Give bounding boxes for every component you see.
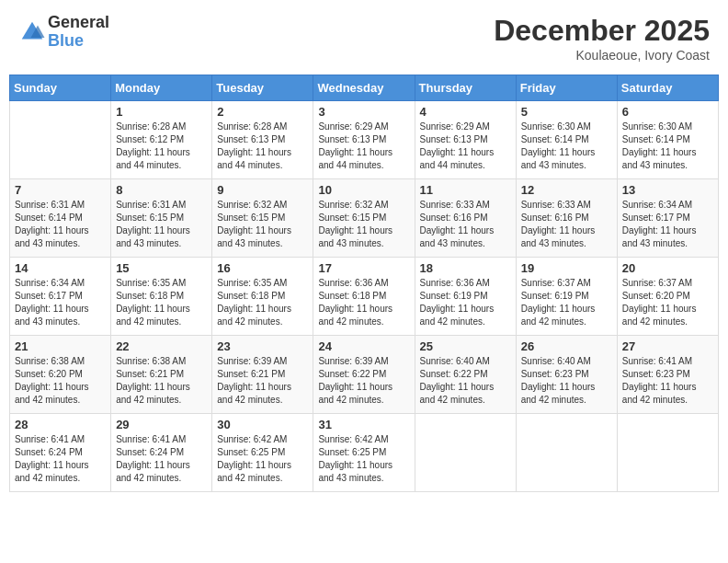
day-number: 13 bbox=[622, 183, 713, 197]
calendar-day-cell: 27Sunrise: 6:41 AMSunset: 6:23 PMDayligh… bbox=[617, 336, 718, 414]
day-info: Sunrise: 6:29 AMSunset: 6:13 PMDaylight:… bbox=[420, 121, 511, 172]
day-info: Sunrise: 6:41 AMSunset: 6:23 PMDaylight:… bbox=[622, 355, 713, 407]
logo-text: General Blue bbox=[48, 14, 109, 51]
day-number: 28 bbox=[15, 418, 106, 431]
calendar-day-cell: 4Sunrise: 6:29 AMSunset: 6:13 PMDaylight… bbox=[415, 101, 516, 179]
calendar-day-cell: 8Sunrise: 6:31 AMSunset: 6:15 PMDaylight… bbox=[111, 179, 212, 258]
calendar-day-cell: 6Sunrise: 6:30 AMSunset: 6:14 PMDaylight… bbox=[617, 101, 718, 179]
month-title: December 2025 bbox=[494, 14, 710, 48]
day-number: 18 bbox=[420, 261, 511, 275]
calendar-day-cell: 28Sunrise: 6:41 AMSunset: 6:24 PMDayligh… bbox=[10, 414, 111, 492]
calendar-week-row: 21Sunrise: 6:38 AMSunset: 6:20 PMDayligh… bbox=[10, 336, 719, 414]
day-number: 30 bbox=[217, 418, 308, 431]
logo-blue-text: Blue bbox=[48, 32, 109, 51]
day-of-week-header: Thursday bbox=[415, 75, 516, 101]
day-info: Sunrise: 6:37 AMSunset: 6:20 PMDaylight:… bbox=[622, 277, 713, 328]
day-info: Sunrise: 6:32 AMSunset: 6:15 PMDaylight:… bbox=[217, 199, 308, 250]
day-number: 27 bbox=[622, 339, 713, 353]
calendar-day-cell: 24Sunrise: 6:39 AMSunset: 6:22 PMDayligh… bbox=[313, 336, 415, 414]
location: Koulaeoue, Ivory Coast bbox=[494, 48, 710, 63]
day-number: 16 bbox=[217, 261, 308, 275]
day-number: 24 bbox=[318, 339, 409, 353]
day-info: Sunrise: 6:37 AMSunset: 6:19 PMDaylight:… bbox=[521, 277, 612, 328]
calendar-day-cell: 10Sunrise: 6:32 AMSunset: 6:15 PMDayligh… bbox=[313, 179, 415, 258]
calendar-day-cell: 3Sunrise: 6:29 AMSunset: 6:13 PMDaylight… bbox=[313, 101, 415, 179]
day-info: Sunrise: 6:30 AMSunset: 6:14 PMDaylight:… bbox=[521, 121, 612, 172]
day-number: 14 bbox=[15, 261, 106, 275]
calendar-day-cell bbox=[415, 414, 516, 492]
calendar-day-cell: 23Sunrise: 6:39 AMSunset: 6:21 PMDayligh… bbox=[212, 336, 313, 414]
calendar-day-cell: 13Sunrise: 6:34 AMSunset: 6:17 PMDayligh… bbox=[617, 179, 718, 258]
day-number: 3 bbox=[318, 105, 409, 119]
day-info: Sunrise: 6:31 AMSunset: 6:15 PMDaylight:… bbox=[116, 199, 207, 250]
calendar-day-cell: 17Sunrise: 6:36 AMSunset: 6:18 PMDayligh… bbox=[313, 258, 415, 336]
calendar-day-cell: 14Sunrise: 6:34 AMSunset: 6:17 PMDayligh… bbox=[10, 258, 111, 336]
day-info: Sunrise: 6:31 AMSunset: 6:14 PMDaylight:… bbox=[15, 199, 106, 250]
calendar-day-cell: 20Sunrise: 6:37 AMSunset: 6:20 PMDayligh… bbox=[617, 258, 718, 336]
logo-general-text: General bbox=[48, 14, 109, 32]
day-info: Sunrise: 6:29 AMSunset: 6:13 PMDaylight:… bbox=[318, 121, 409, 172]
calendar-day-cell: 7Sunrise: 6:31 AMSunset: 6:14 PMDaylight… bbox=[10, 179, 111, 258]
day-number: 2 bbox=[217, 105, 308, 119]
day-number: 15 bbox=[116, 261, 207, 275]
calendar-day-cell bbox=[617, 414, 718, 492]
day-number: 23 bbox=[217, 339, 308, 353]
day-info: Sunrise: 6:42 AMSunset: 6:25 PMDaylight:… bbox=[217, 433, 308, 485]
calendar-day-cell: 12Sunrise: 6:33 AMSunset: 6:16 PMDayligh… bbox=[516, 179, 617, 258]
day-number: 7 bbox=[15, 183, 106, 197]
day-info: Sunrise: 6:41 AMSunset: 6:24 PMDaylight:… bbox=[116, 433, 207, 485]
calendar-day-cell: 16Sunrise: 6:35 AMSunset: 6:18 PMDayligh… bbox=[212, 258, 313, 336]
calendar-week-row: 14Sunrise: 6:34 AMSunset: 6:17 PMDayligh… bbox=[10, 258, 719, 336]
page-header: General Blue December 2025 Koulaeoue, Iv… bbox=[9, 9, 719, 67]
day-info: Sunrise: 6:39 AMSunset: 6:22 PMDaylight:… bbox=[318, 355, 409, 407]
day-info: Sunrise: 6:33 AMSunset: 6:16 PMDaylight:… bbox=[521, 199, 612, 250]
day-number: 12 bbox=[521, 183, 612, 197]
day-number: 29 bbox=[116, 418, 207, 431]
calendar-day-cell bbox=[10, 101, 111, 179]
day-number: 8 bbox=[116, 183, 207, 197]
day-number: 21 bbox=[15, 339, 106, 353]
day-info: Sunrise: 6:34 AMSunset: 6:17 PMDaylight:… bbox=[15, 277, 106, 328]
day-number: 20 bbox=[622, 261, 713, 275]
calendar-day-cell: 31Sunrise: 6:42 AMSunset: 6:25 PMDayligh… bbox=[313, 414, 415, 492]
calendar-day-cell: 25Sunrise: 6:40 AMSunset: 6:22 PMDayligh… bbox=[415, 336, 516, 414]
title-block: December 2025 Koulaeoue, Ivory Coast bbox=[494, 14, 710, 63]
day-info: Sunrise: 6:40 AMSunset: 6:22 PMDaylight:… bbox=[420, 355, 511, 407]
calendar-day-cell: 15Sunrise: 6:35 AMSunset: 6:18 PMDayligh… bbox=[111, 258, 212, 336]
day-of-week-header: Friday bbox=[516, 75, 617, 101]
day-of-week-header: Tuesday bbox=[212, 75, 313, 101]
day-number: 6 bbox=[622, 105, 713, 119]
day-info: Sunrise: 6:38 AMSunset: 6:20 PMDaylight:… bbox=[15, 355, 106, 407]
logo: General Blue bbox=[18, 14, 109, 51]
day-of-week-header: Sunday bbox=[10, 75, 111, 101]
calendar-day-cell bbox=[516, 414, 617, 492]
day-info: Sunrise: 6:28 AMSunset: 6:13 PMDaylight:… bbox=[217, 121, 308, 172]
calendar-day-cell: 9Sunrise: 6:32 AMSunset: 6:15 PMDaylight… bbox=[212, 179, 313, 258]
day-info: Sunrise: 6:32 AMSunset: 6:15 PMDaylight:… bbox=[318, 199, 409, 250]
day-info: Sunrise: 6:42 AMSunset: 6:25 PMDaylight:… bbox=[318, 433, 409, 485]
day-of-week-header: Wednesday bbox=[313, 75, 415, 101]
day-of-week-header: Monday bbox=[111, 75, 212, 101]
day-info: Sunrise: 6:38 AMSunset: 6:21 PMDaylight:… bbox=[116, 355, 207, 407]
day-number: 10 bbox=[318, 183, 409, 197]
day-info: Sunrise: 6:36 AMSunset: 6:19 PMDaylight:… bbox=[420, 277, 511, 328]
day-info: Sunrise: 6:34 AMSunset: 6:17 PMDaylight:… bbox=[622, 199, 713, 250]
calendar-week-row: 1Sunrise: 6:28 AMSunset: 6:12 PMDaylight… bbox=[10, 101, 719, 179]
day-info: Sunrise: 6:36 AMSunset: 6:18 PMDaylight:… bbox=[318, 277, 409, 328]
calendar-day-cell: 5Sunrise: 6:30 AMSunset: 6:14 PMDaylight… bbox=[516, 101, 617, 179]
calendar-day-cell: 22Sunrise: 6:38 AMSunset: 6:21 PMDayligh… bbox=[111, 336, 212, 414]
calendar-day-cell: 29Sunrise: 6:41 AMSunset: 6:24 PMDayligh… bbox=[111, 414, 212, 492]
day-info: Sunrise: 6:33 AMSunset: 6:16 PMDaylight:… bbox=[420, 199, 511, 250]
day-number: 25 bbox=[420, 339, 511, 353]
day-number: 1 bbox=[116, 105, 207, 119]
calendar-day-cell: 18Sunrise: 6:36 AMSunset: 6:19 PMDayligh… bbox=[415, 258, 516, 336]
day-number: 31 bbox=[318, 418, 409, 431]
day-info: Sunrise: 6:30 AMSunset: 6:14 PMDaylight:… bbox=[622, 121, 713, 172]
day-info: Sunrise: 6:41 AMSunset: 6:24 PMDaylight:… bbox=[15, 433, 106, 485]
day-number: 17 bbox=[318, 261, 409, 275]
calendar-day-cell: 30Sunrise: 6:42 AMSunset: 6:25 PMDayligh… bbox=[212, 414, 313, 492]
day-of-week-header: Saturday bbox=[617, 75, 718, 101]
day-info: Sunrise: 6:35 AMSunset: 6:18 PMDaylight:… bbox=[217, 277, 308, 328]
calendar-week-row: 28Sunrise: 6:41 AMSunset: 6:24 PMDayligh… bbox=[10, 414, 719, 492]
day-number: 9 bbox=[217, 183, 308, 197]
